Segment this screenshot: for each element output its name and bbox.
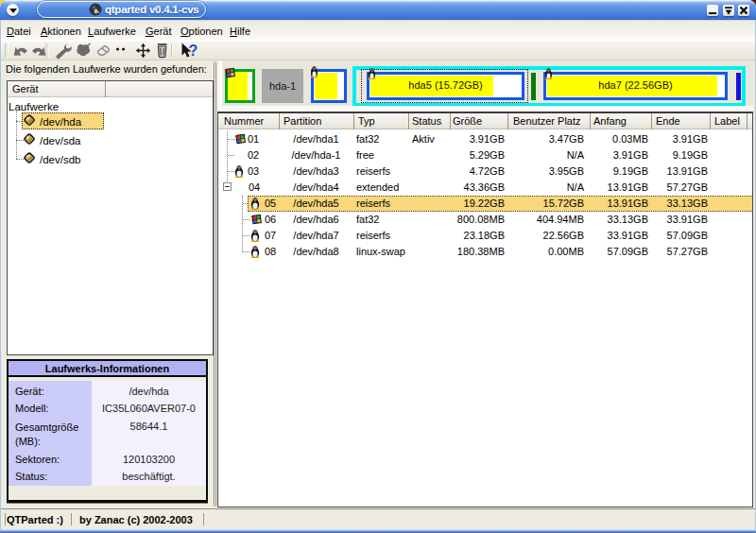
svg-text:?: ? <box>189 43 198 59</box>
